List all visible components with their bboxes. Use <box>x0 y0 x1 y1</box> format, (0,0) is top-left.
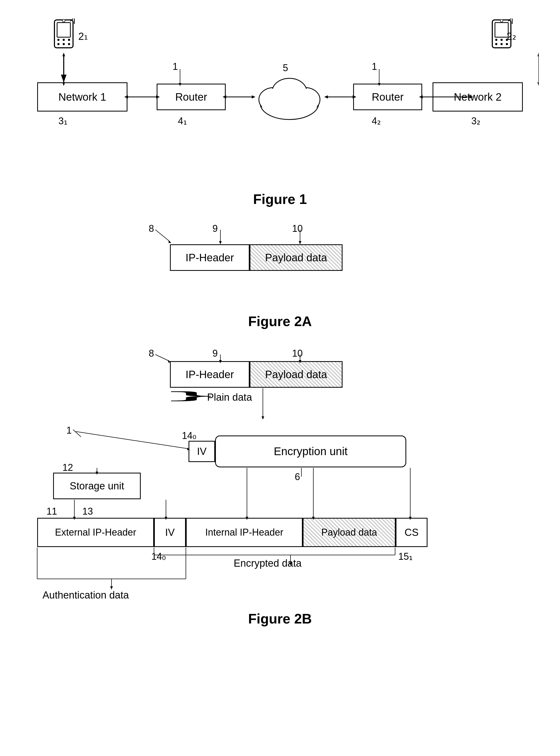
svg-line-64 <box>155 355 169 361</box>
svg-point-2 <box>57 39 59 41</box>
ref-1a: 1 <box>173 61 178 72</box>
svg-point-5 <box>57 43 59 45</box>
router1-box: Router <box>157 84 226 110</box>
auth-data-label: Authentication data <box>42 590 129 601</box>
svg-rect-12 <box>495 23 508 37</box>
svg-marker-63 <box>299 241 301 244</box>
iv-box: IV <box>188 441 215 462</box>
ref-9-2b: 9 <box>213 348 218 359</box>
ref-15-1: 15₁ <box>398 551 413 562</box>
ref-10-2b: 10 <box>292 348 303 359</box>
ref-9-2a: 9 <box>213 223 218 234</box>
ref-8-2a: 8 <box>149 223 154 234</box>
svg-point-6 <box>63 43 65 45</box>
svg-line-58 <box>155 230 170 242</box>
ip-header-2a: IP-Header <box>170 244 249 271</box>
svg-line-100 <box>73 430 81 437</box>
internal-ip-header-box: Internal IP-Header <box>186 518 303 547</box>
ref-12: 12 <box>62 462 73 473</box>
svg-point-4 <box>68 39 70 41</box>
ref-4-1: 4₁ <box>178 116 187 127</box>
svg-point-13 <box>495 39 497 41</box>
svg-point-19 <box>500 19 503 22</box>
figure2b-container: 8 9 10 IP-Header Payload data Plain data… <box>21 345 539 605</box>
network2-box: Network 2 <box>433 82 523 112</box>
ref-1b: 1 <box>372 61 377 72</box>
svg-line-72 <box>76 432 188 449</box>
phone-left-icon <box>51 19 77 57</box>
encryption-unit-box: Encryption unit <box>215 436 406 467</box>
network1-box: Network 1 <box>37 82 127 112</box>
figure2a-container: 8 9 10 IP-Header Payload data <box>21 220 539 311</box>
ref-10-2a: 10 <box>292 223 303 234</box>
payload-2b-bottom: Payload data <box>303 518 396 547</box>
payload-2b-top: Payload data <box>249 361 342 388</box>
plain-data-brace: } <box>169 389 213 401</box>
iv-bottom-box: IV <box>154 518 186 547</box>
ip-header-2b-top: IP-Header <box>170 361 249 388</box>
external-ip-header-box: External IP-Header <box>37 518 154 547</box>
svg-marker-71 <box>262 416 264 420</box>
payload-2a: Payload data <box>249 244 342 271</box>
cloud-shape <box>252 69 326 123</box>
svg-point-29 <box>273 79 306 104</box>
ref-2-2: 2₂ <box>507 31 516 42</box>
cs-box: CS <box>396 518 427 547</box>
ref-8-2b: 8 <box>149 348 154 359</box>
svg-marker-61 <box>219 241 222 244</box>
ref-5: 5 <box>283 62 288 74</box>
ref-4-2: 4₂ <box>372 116 381 127</box>
ref-1-2b: 1 <box>66 425 72 436</box>
svg-point-14 <box>501 39 503 41</box>
figure2a-caption: Figure 2A <box>21 313 539 329</box>
svg-point-18 <box>506 43 508 45</box>
svg-point-8 <box>62 19 65 22</box>
storage-unit-box: Storage unit <box>53 473 141 499</box>
svg-rect-1 <box>57 23 71 37</box>
svg-marker-52 <box>537 53 539 56</box>
ref-3-2: 3₂ <box>471 116 480 127</box>
ref-3-1: 3₁ <box>58 116 67 127</box>
figure2b-caption: Figure 2B <box>21 611 539 627</box>
svg-point-16 <box>495 43 497 45</box>
router2-box: Router <box>353 84 422 110</box>
plain-data-label: Plain data <box>207 392 252 403</box>
svg-point-3 <box>63 39 65 41</box>
encrypted-data-label: Encrypted data <box>234 558 302 569</box>
page: 2₁ 2₂ Network 1 3₁ <box>0 0 560 756</box>
svg-marker-59 <box>168 240 171 243</box>
svg-point-7 <box>68 43 70 45</box>
figure1-caption: Figure 1 <box>21 191 539 207</box>
ref-11: 11 <box>46 506 57 517</box>
ref-14-0-bottom: 14₀ <box>151 551 166 562</box>
ref-14-0-top: 14₀ <box>182 430 196 441</box>
ref-6: 6 <box>295 471 300 482</box>
svg-marker-53 <box>537 82 539 86</box>
svg-point-17 <box>501 43 503 45</box>
ref-13: 13 <box>82 506 93 517</box>
svg-marker-98 <box>110 586 113 590</box>
ref-2-1: 2₁ <box>78 31 88 42</box>
figure1-container: 2₁ 2₂ Network 1 3₁ <box>21 16 539 181</box>
